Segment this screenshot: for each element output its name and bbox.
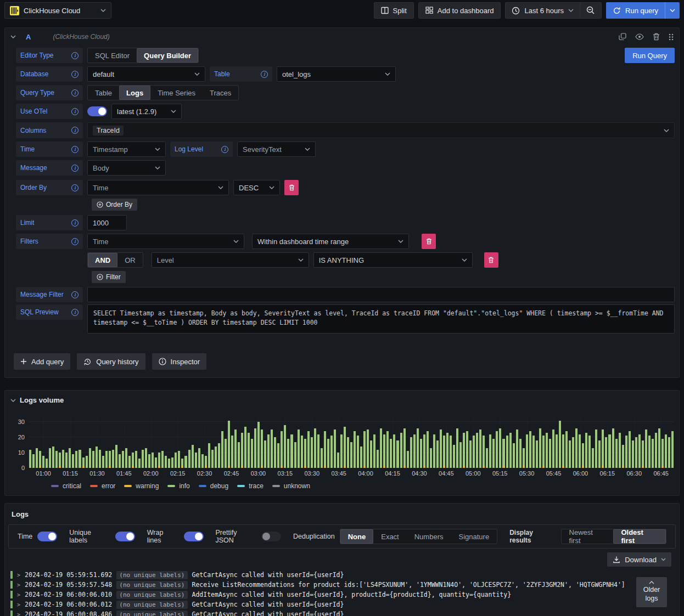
remove-order-by-button[interactable] bbox=[284, 180, 299, 195]
log-expand-arrow[interactable]: > bbox=[17, 602, 20, 608]
log-level-select[interactable]: SeverityText bbox=[237, 142, 316, 157]
log-expand-arrow[interactable]: > bbox=[17, 572, 20, 578]
query-type-group-option-table[interactable]: Table bbox=[88, 86, 119, 100]
log-expand-arrow[interactable]: > bbox=[17, 612, 20, 616]
top-bar: ClickHouse Cloud Split Add to dashboard … bbox=[0, 0, 684, 21]
legend-item-error[interactable]: error bbox=[90, 482, 115, 490]
run-query-panel-button[interactable]: Run Query bbox=[625, 48, 675, 63]
info-icon[interactable]: i bbox=[71, 89, 79, 97]
column-tag[interactable]: TraceId bbox=[93, 126, 124, 135]
info-icon[interactable]: i bbox=[71, 184, 79, 191]
deduplication-group-option-numbers[interactable]: Numbers bbox=[407, 529, 451, 544]
run-query-button[interactable]: Run query bbox=[606, 2, 665, 19]
zoom-out-button[interactable] bbox=[580, 3, 601, 18]
logs-panel: Logs Time Unique labels Wrap lines Prett… bbox=[4, 503, 680, 616]
editor-type-group-option-query-builder[interactable]: Query Builder bbox=[137, 48, 198, 63]
add-query-button[interactable]: Add query bbox=[14, 353, 70, 370]
add-to-dashboard-button[interactable]: Add to dashboard bbox=[418, 2, 501, 19]
table-select[interactable]: otel_logs bbox=[277, 66, 396, 82]
legend-item-debug[interactable]: debug bbox=[199, 482, 228, 490]
filter-level-field-select[interactable]: Level bbox=[152, 252, 309, 268]
volume-bar bbox=[423, 434, 425, 468]
log-expand-arrow[interactable]: > bbox=[17, 592, 20, 598]
time-toggle[interactable] bbox=[37, 532, 57, 541]
duplicate-query-icon[interactable] bbox=[619, 33, 626, 41]
unique-labels-toggle[interactable] bbox=[115, 532, 135, 541]
legend-item-warning[interactable]: warning bbox=[124, 482, 159, 490]
info-icon[interactable]: i bbox=[261, 71, 268, 78]
use-otel-toggle[interactable] bbox=[87, 106, 107, 116]
info-icon[interactable]: i bbox=[71, 146, 79, 153]
limit-input[interactable]: 1000 bbox=[87, 215, 127, 230]
order-by-direction-select[interactable]: DESC bbox=[233, 180, 280, 195]
volume-bar bbox=[506, 436, 508, 468]
time-column-select[interactable]: Timestamp bbox=[87, 142, 166, 157]
filter-time-field-select[interactable]: Time bbox=[87, 234, 244, 249]
log-row[interactable]: >2024-02-19 06:00:06.012(no unique label… bbox=[10, 600, 674, 609]
message-filter-input[interactable] bbox=[87, 287, 675, 302]
info-icon[interactable]: i bbox=[71, 309, 79, 316]
drag-handle-icon[interactable] bbox=[669, 33, 674, 41]
log-expand-arrow[interactable]: > bbox=[17, 582, 20, 588]
split-button[interactable]: Split bbox=[374, 2, 414, 19]
filter-bool-group-option-or[interactable]: OR bbox=[117, 253, 143, 267]
query-type-group-option-time-series[interactable]: Time Series bbox=[150, 86, 203, 100]
info-icon[interactable]: i bbox=[71, 52, 79, 59]
query-type-group-option-logs[interactable]: Logs bbox=[119, 86, 150, 100]
log-row[interactable]: >2024-02-19 05:59:51.692(no unique label… bbox=[10, 570, 674, 580]
info-icon[interactable]: i bbox=[71, 165, 79, 172]
volume-bar bbox=[298, 429, 300, 468]
query-header[interactable]: A (ClickHouse Cloud) bbox=[5, 28, 679, 46]
run-query-dropdown[interactable] bbox=[665, 2, 680, 19]
filter-time-operator-select[interactable]: Within dashboard time range bbox=[252, 234, 409, 249]
time-range-picker[interactable]: Last 6 hours bbox=[506, 3, 580, 18]
info-icon[interactable]: i bbox=[71, 71, 79, 78]
query-history-button[interactable]: Query history bbox=[77, 353, 145, 370]
editor-type-group-option-sql-editor[interactable]: SQL Editor bbox=[88, 48, 137, 63]
message-column-select[interactable]: Body bbox=[87, 160, 166, 176]
log-level-indicator bbox=[10, 571, 13, 579]
remove-level-filter-button[interactable] bbox=[484, 252, 498, 268]
x-axis-tick-label: 03:30 bbox=[304, 470, 319, 477]
display-results-group-option-oldest-first[interactable]: Oldest first bbox=[613, 529, 666, 544]
legend-item-unknown[interactable]: unknown bbox=[272, 482, 310, 490]
inspector-button[interactable]: Inspector bbox=[152, 353, 206, 370]
add-filter-button[interactable]: Filter bbox=[92, 271, 126, 283]
delete-query-icon[interactable] bbox=[653, 33, 660, 41]
info-icon[interactable]: i bbox=[71, 108, 79, 115]
remove-time-filter-button[interactable] bbox=[422, 234, 436, 249]
prettify-json-toggle[interactable] bbox=[261, 532, 281, 541]
info-icon[interactable]: i bbox=[71, 291, 79, 298]
chevron-down-icon bbox=[385, 72, 390, 76]
download-button[interactable]: Download bbox=[607, 552, 671, 567]
query-type-group-option-traces[interactable]: Traces bbox=[203, 86, 238, 100]
database-select[interactable]: default bbox=[87, 66, 205, 82]
legend-item-info[interactable]: info bbox=[167, 482, 189, 490]
volume-bar bbox=[496, 431, 498, 468]
info-icon[interactable]: i bbox=[71, 127, 79, 134]
log-row[interactable]: >2024-02-19 06:00:06.010(no unique label… bbox=[10, 590, 674, 600]
columns-multiselect[interactable]: TraceId bbox=[87, 122, 675, 138]
info-icon[interactable]: i bbox=[71, 219, 79, 227]
hide-query-eye-icon[interactable] bbox=[635, 33, 644, 40]
display-results-group-option-newest-first[interactable]: Newest first bbox=[562, 529, 614, 544]
datasource-picker[interactable]: ClickHouse Cloud bbox=[4, 2, 111, 19]
add-order-by-button[interactable]: Order By bbox=[92, 199, 137, 211]
wrap-lines-toggle[interactable] bbox=[184, 532, 204, 541]
log-row[interactable]: >2024-02-19 05:59:57.548(no unique label… bbox=[10, 580, 674, 590]
deduplication-group-option-exact[interactable]: Exact bbox=[373, 529, 407, 544]
otel-version-select[interactable]: latest (1.2.9) bbox=[111, 104, 182, 119]
deduplication-group-option-none[interactable]: None bbox=[340, 529, 374, 544]
panel-title[interactable]: Logs volume bbox=[20, 396, 64, 404]
log-row[interactable]: >2024-02-19 06:00:08.486(no unique label… bbox=[10, 609, 674, 616]
legend-item-critical[interactable]: critical bbox=[51, 482, 81, 490]
filter-bool-group-option-and[interactable]: AND bbox=[88, 253, 117, 267]
order-by-field-select[interactable]: Time bbox=[87, 180, 229, 195]
info-icon[interactable]: i bbox=[71, 238, 79, 245]
filter-level-operator-select[interactable]: IS ANYTHING bbox=[313, 252, 473, 268]
collapse-chevron-icon[interactable] bbox=[10, 399, 16, 402]
deduplication-group-option-signature[interactable]: Signature bbox=[451, 529, 497, 544]
legend-item-trace[interactable]: trace bbox=[237, 482, 263, 490]
info-icon[interactable]: i bbox=[221, 146, 228, 153]
older-logs-button[interactable]: Older logs bbox=[636, 577, 667, 607]
